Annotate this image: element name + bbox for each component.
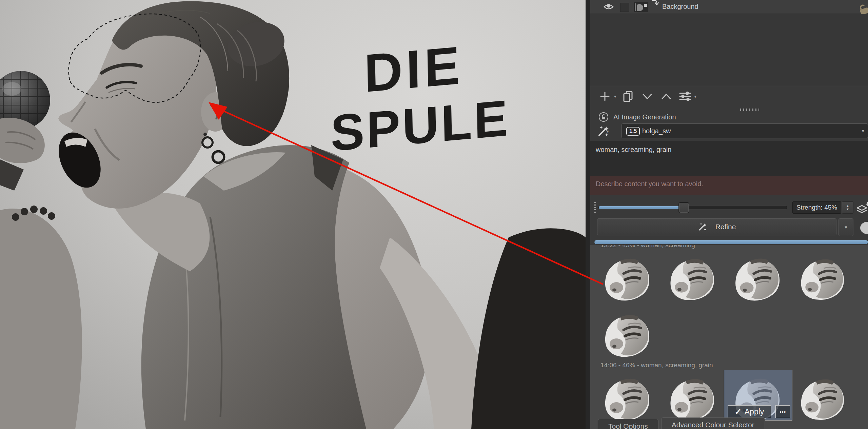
chevron-down-icon: ▾ <box>862 128 864 134</box>
result-thumbnail-image <box>795 373 850 423</box>
result-thumbnail-image <box>600 309 656 359</box>
layer-name: Background <box>662 3 698 11</box>
prompt-input[interactable]: woman, screaming, grain <box>590 141 868 176</box>
refine-button[interactable]: Refine <box>597 218 836 235</box>
layers-toolbar: ▾ ▾ <box>590 87 868 106</box>
result-thumbnail[interactable]: ✓Apply••• <box>730 372 786 423</box>
style-selector-row: ▾ 1.5 holga_sw ▾ <box>590 123 868 139</box>
bottom-docker-tabs: Tool Options Advanced Colour Selector <box>598 417 765 429</box>
spin-down-icon[interactable]: ▼ <box>846 208 849 211</box>
add-layer-button[interactable] <box>598 89 612 104</box>
docker-panel: Background ▾ <box>590 0 868 429</box>
layers-list[interactable] <box>590 14 868 86</box>
spin-up-icon[interactable]: ▲ <box>846 204 849 208</box>
style-name: holga_sw <box>642 127 671 135</box>
tab-tool-options[interactable]: Tool Options <box>598 419 658 429</box>
apply-label: Apply <box>745 407 764 416</box>
pass-through-icon <box>651 0 659 8</box>
history-thumbnail-grid: ✓Apply••• <box>600 372 861 423</box>
ai-docker-title: AI Image Generation <box>613 113 676 121</box>
history-thumbnail-grid <box>600 252 861 359</box>
selected-result-frame: ✓Apply••• <box>724 370 792 421</box>
chevron-down-icon: ▾ <box>845 224 847 230</box>
refine-label: Refine <box>715 223 736 231</box>
workspace-dropdown-icon: ▾ <box>607 129 609 134</box>
refine-dropdown-button[interactable]: ▾ <box>839 218 853 236</box>
earring-stud <box>203 133 207 136</box>
result-thumbnail-image <box>665 252 721 303</box>
move-layer-up-button[interactable] <box>659 89 673 104</box>
canvas[interactable]: DIE SPULE <box>0 0 586 429</box>
add-layer-dropdown-icon[interactable]: ▾ <box>614 94 616 99</box>
style-selector[interactable]: 1.5 holga_sw ▾ <box>622 123 868 138</box>
docker-splitter[interactable] <box>586 0 591 429</box>
result-thumbnail[interactable] <box>795 372 851 423</box>
panel-grip[interactable] <box>594 202 596 214</box>
result-thumbnail[interactable] <box>730 252 786 303</box>
result-thumbnail-image <box>795 253 850 303</box>
check-icon: ✓ <box>735 407 742 416</box>
result-thumbnail[interactable] <box>665 372 721 423</box>
result-thumbnail[interactable] <box>665 252 721 303</box>
result-thumbnail-image <box>600 372 656 423</box>
krita-window: DIE SPULE <box>0 0 868 429</box>
duplicate-layer-button[interactable] <box>621 89 635 104</box>
negative-prompt-input[interactable]: Describe content you want to avoid. <box>590 176 868 195</box>
strength-slider[interactable] <box>598 201 787 214</box>
result-thumbnail[interactable] <box>795 252 851 303</box>
ai-docker-header: AI Image Generation <box>590 112 868 123</box>
history-group-label: 14:06 - 46% - woman, screaming, grain <box>600 362 868 369</box>
workspace-button[interactable]: ▾ <box>597 124 618 138</box>
result-more-button[interactable]: ••• <box>775 405 790 418</box>
layer-row-background[interactable]: Background <box>590 0 868 14</box>
layer-thumbnail <box>634 2 648 12</box>
apply-button[interactable]: ✓Apply <box>728 405 771 418</box>
slider-handle[interactable] <box>678 202 689 213</box>
poster-line-1: DIE <box>363 35 463 104</box>
sd-version-badge: 1.5 <box>626 127 640 136</box>
result-thumbnail[interactable] <box>600 309 656 359</box>
generation-progress <box>594 240 868 244</box>
add-region-button[interactable] <box>855 200 868 214</box>
move-layer-down-button[interactable] <box>640 89 654 104</box>
queue-indicator[interactable] <box>860 222 868 234</box>
layer-alpha-checkbox[interactable] <box>620 3 629 12</box>
result-thumbnail[interactable] <box>600 372 656 423</box>
layer-properties-button[interactable] <box>678 89 692 104</box>
docker-lock-icon[interactable] <box>598 112 609 122</box>
generation-progress-fill <box>594 240 868 244</box>
tab-advanced-colour-selector[interactable]: Advanced Colour Selector <box>661 417 765 429</box>
history-group-label: 13:22 - 45% - woman, screaming <box>600 245 868 249</box>
splitter-handle[interactable] <box>740 109 759 111</box>
magic-wand-icon <box>698 222 707 232</box>
strength-spinbox[interactable]: Strength: 45% <box>792 201 841 214</box>
layer-properties-dropdown-icon[interactable]: ▾ <box>694 94 697 99</box>
result-thumbnail-image <box>665 372 721 423</box>
canvas-photo: DIE SPULE <box>0 0 586 429</box>
strength-spin-buttons[interactable]: ▲ ▼ <box>842 201 853 214</box>
slider-fill <box>599 206 684 209</box>
result-thumbnail-image <box>600 252 656 303</box>
result-thumbnail[interactable] <box>600 252 656 303</box>
result-thumbnail-image <box>730 252 787 304</box>
history-list: 13:22 - 45% - woman, screaming14:06 - 46… <box>590 245 868 429</box>
layer-visibility-icon[interactable] <box>603 2 614 12</box>
